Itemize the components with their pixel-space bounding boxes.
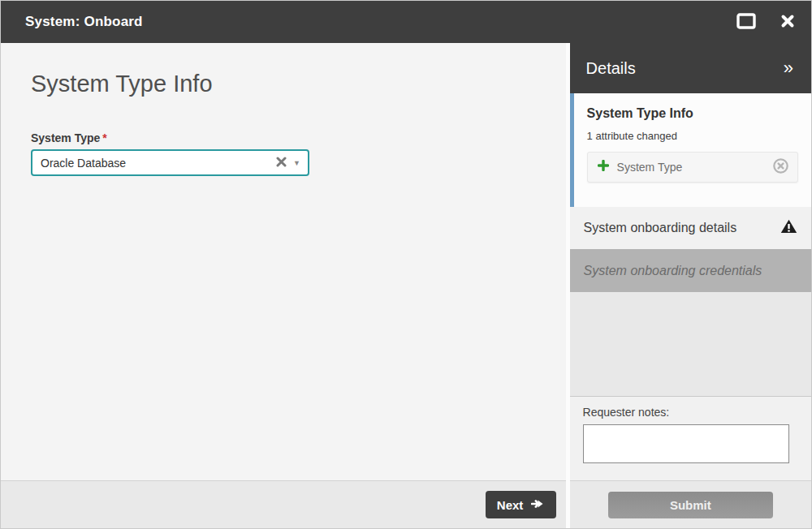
warning-icon [780,219,797,237]
step-system-onboarding-details[interactable]: System onboarding details [570,207,811,249]
changes-panel: System Type Info 1 attribute changed Sys… [570,93,811,207]
step-system-onboarding-credentials[interactable]: System onboarding credentials [570,249,811,292]
changes-panel-title: System Type Info [587,106,798,121]
page-title: System Type Info [31,71,536,97]
maximize-icon [736,13,756,32]
revert-change-button[interactable] [772,157,789,177]
close-button[interactable] [779,12,797,32]
clear-selection-button[interactable] [273,157,290,170]
requester-notes-section: Requester notes: [570,396,811,480]
system-type-select[interactable]: Oracle Database ▼ [31,149,309,176]
onboard-dialog: System: Onboard System Type Info System … [0,0,812,529]
details-header: Details » [570,43,811,93]
changed-attribute-item: System Type [587,152,798,183]
circled-x-icon [772,157,789,177]
collapse-sidebar-button[interactable]: » [782,59,795,77]
step-label: System onboarding credentials [584,264,762,278]
system-type-label: System Type* [31,131,536,144]
sidebar-spacer [570,292,811,396]
chevron-double-right-icon: » [784,58,793,78]
main-footer: Next [1,480,566,528]
details-sidebar: Details » System Type Info 1 attribute c… [570,43,811,528]
titlebar-buttons [735,11,797,33]
main-panel: System Type Info System Type* Oracle Dat… [1,43,566,528]
attributes-changed-count: 1 attribute changed [587,130,798,142]
system-type-selected-value: Oracle Database [41,157,273,170]
plus-icon [598,160,609,174]
close-icon [780,14,795,31]
required-asterisk: * [102,131,106,144]
next-button-label: Next [497,498,524,512]
next-button[interactable]: Next [486,491,556,518]
changed-attribute-label: System Type [617,161,772,174]
titlebar: System: Onboard [1,1,811,43]
arrow-right-icon [531,498,544,512]
requester-notes-label: Requester notes: [583,406,798,419]
maximize-button[interactable] [735,11,758,33]
main-content: System Type Info System Type* Oracle Dat… [1,43,566,480]
step-label: System onboarding details [584,221,780,235]
requester-notes-input[interactable] [583,424,789,463]
submit-button[interactable]: Submit [608,492,773,518]
details-title: Details [586,59,782,78]
chevron-down-icon[interactable]: ▼ [293,159,300,167]
window-title: System: Onboard [25,14,735,30]
sidebar-footer: Submit [570,480,811,528]
clear-x-icon [276,157,287,170]
